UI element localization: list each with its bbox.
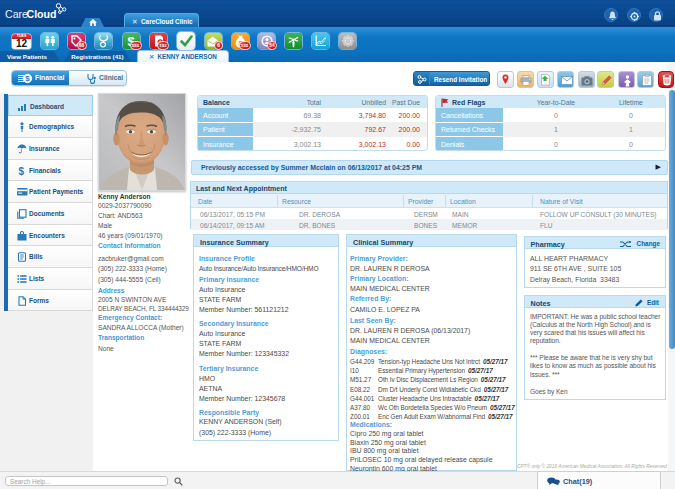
svg-text:$: $ (19, 166, 25, 176)
svg-text:$: $ (25, 74, 30, 83)
svg-text:Care: Care (5, 8, 28, 20)
svg-text:Cloud: Cloud (27, 8, 57, 20)
